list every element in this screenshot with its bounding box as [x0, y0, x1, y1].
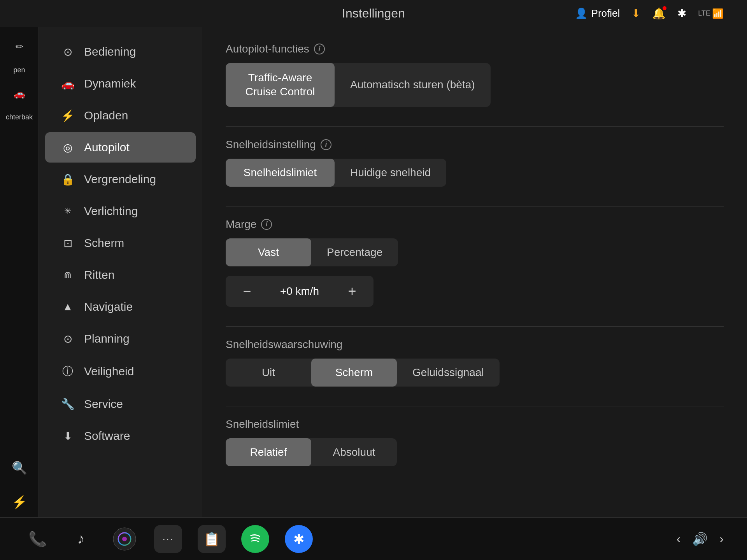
bediening-icon: ⊙ [61, 46, 75, 58]
notes-button[interactable]: 📋 [198, 525, 226, 553]
divider-2 [226, 206, 724, 206]
sidebar-label-dynamiek: Dynamiek [84, 77, 136, 90]
sidebar: ⊙ Bediening 🚗 Dynamiek ⚡ Opladen ◎ Autop… [39, 27, 202, 517]
volume-icon: 🔊 [692, 532, 708, 546]
verlichting-icon: ✳ [61, 206, 75, 216]
phone-button[interactable]: 📞 [23, 525, 51, 553]
speed-setting-title: Snelheidsinstelling i [226, 138, 724, 151]
sidebar-label-bediening: Bediening [84, 45, 136, 58]
navigatie-icon: ▲ [61, 301, 75, 313]
screen-button[interactable]: Scherm [311, 359, 397, 387]
software-icon: ⬇ [61, 430, 75, 443]
spotify-button[interactable] [241, 525, 269, 553]
sidebar-label-veiligheid: Veiligheid [84, 365, 134, 378]
sidebar-item-bediening[interactable]: ⊙ Bediening [45, 37, 196, 67]
speed-setting-info-icon[interactable]: i [321, 139, 331, 150]
scherm-icon: ⊡ [61, 237, 75, 250]
profile-label: Profiel [591, 7, 620, 19]
autopilot-functions-info-icon[interactable]: i [314, 44, 325, 54]
prev-arrow-button[interactable]: ‹ [677, 532, 681, 546]
service-icon: 🔧 [61, 398, 75, 411]
download-icon[interactable]: ⬇ [631, 7, 640, 20]
vergrendeling-icon: 🔒 [61, 173, 75, 186]
section-speed-warning: Snelheidswaarschuwing Uit Scherm Geluids… [226, 338, 724, 387]
sidebar-label-verlichting: Verlichting [84, 205, 138, 218]
page-title: Instellingen [342, 6, 405, 21]
signal-area: LTE 📶 [698, 8, 724, 19]
sidebar-label-service: Service [84, 397, 123, 411]
section-speed-setting: Snelheidsinstelling i Snelheidslimiet Hu… [226, 138, 724, 187]
sidebar-item-vergrendeling[interactable]: 🔒 Vergrendeling [45, 164, 196, 194]
speed-limit-button[interactable]: Snelheidslimiet [226, 159, 335, 187]
sidebar-label-autopilot: Autopilot [84, 141, 130, 154]
margin-title: Marge i [226, 218, 724, 231]
sidebar-item-verlichting[interactable]: ✳ Verlichting [45, 196, 196, 226]
left-edge-open[interactable]: ✏ [6, 35, 33, 58]
bluetooth-icon[interactable]: ✱ [677, 7, 686, 20]
search-button[interactable]: 🔍 [12, 460, 27, 487]
profile-icon: 👤 [575, 7, 587, 19]
bluetooth-taskbar-button[interactable]: ✱ [285, 525, 313, 553]
sidebar-item-service[interactable]: 🔧 Service [45, 389, 196, 419]
sidebar-label-ritten: Ritten [84, 268, 114, 282]
percentage-button[interactable]: Percentage [311, 238, 398, 266]
current-speed-button[interactable]: Huidige snelheid [335, 159, 446, 187]
siri-button[interactable] [110, 525, 139, 553]
sidebar-item-veiligheid[interactable]: ⓘ Veiligheid [45, 355, 196, 387]
veiligheid-icon: ⓘ [61, 364, 75, 379]
margin-toggle: Vast Percentage [226, 238, 398, 266]
speed-warning-title: Snelheidswaarschuwing [226, 338, 724, 351]
lte-label: LTE [698, 9, 710, 18]
speed-setting-toggle: Snelheidslimiet Huidige snelheid [226, 159, 446, 187]
dynamiek-icon: 🚗 [61, 77, 75, 90]
bell-icon[interactable]: 🔔 [652, 7, 666, 20]
sidebar-label-vergrendeling: Vergrendeling [84, 173, 156, 186]
autopilot-functions-toggle: Traffic-AwareCruise Control Automatisch … [226, 63, 491, 107]
sound-button[interactable]: Geluidssignaal [397, 359, 500, 387]
planning-icon: ⊙ [61, 332, 75, 345]
sidebar-item-scherm[interactable]: ⊡ Scherm [45, 228, 196, 258]
more-button[interactable]: ··· [154, 525, 182, 553]
music-button[interactable]: ♪ [67, 525, 95, 553]
sidebar-label-planning: Planning [84, 332, 130, 345]
sidebar-item-navigatie[interactable]: ▲ Navigatie [45, 292, 196, 322]
sidebar-item-opladen[interactable]: ⚡ Opladen [45, 100, 196, 131]
left-edge-panel: ✏ pen 🚗 chterbak 🔍 ⚡ [0, 27, 39, 517]
margin-info-icon[interactable]: i [261, 219, 272, 230]
off-button[interactable]: Uit [226, 359, 311, 387]
svg-point-2 [122, 537, 127, 541]
divider-4 [226, 406, 724, 406]
absoluut-button[interactable]: Absoluut [311, 438, 397, 466]
autopilot-icon: ◎ [61, 141, 75, 154]
speed-value-display: +0 km/h [280, 285, 319, 298]
sidebar-label-opladen: Opladen [84, 109, 128, 122]
profile-button[interactable]: 👤 Profiel [575, 7, 620, 19]
speed-control: − +0 km/h + [226, 276, 374, 307]
speed-limit-section-title: Snelheidslimiet [226, 418, 724, 430]
divider-1 [226, 126, 724, 127]
opladen-icon: ⚡ [61, 109, 75, 122]
vast-button[interactable]: Vast [226, 238, 311, 266]
speed-warning-toggle: Uit Scherm Geluidssignaal [226, 359, 500, 387]
speed-limit-toggle: Relatief Absoluut [226, 438, 397, 466]
section-margin: Marge i Vast Percentage − +0 km/h + [226, 218, 724, 307]
speed-increment-button[interactable]: + [338, 279, 366, 303]
sidebar-item-ritten[interactable]: ⋒ Ritten [45, 260, 196, 290]
sidebar-item-dynamiek[interactable]: 🚗 Dynamiek [45, 68, 196, 99]
sidebar-item-planning[interactable]: ⊙ Planning [45, 324, 196, 354]
tacc-button[interactable]: Traffic-AwareCruise Control [226, 63, 335, 107]
taskbar: 📞 ♪ ··· 📋 ✱ ‹ 🔊 [0, 517, 747, 560]
volume-button[interactable]: 🔊 [692, 532, 708, 546]
autopilot-functions-title: Autopilot-functies i [226, 43, 724, 55]
sidebar-item-autopilot[interactable]: ◎ Autopilot [45, 132, 196, 163]
next-arrow-button[interactable]: › [719, 532, 724, 546]
sidebar-item-software[interactable]: ⬇ Software [45, 421, 196, 451]
relatief-button[interactable]: Relatief [226, 438, 311, 466]
left-edge-trunk[interactable]: 🚗 [6, 82, 33, 105]
siri-icon [113, 527, 136, 551]
main-container: ✏ pen 🚗 chterbak 🔍 ⚡ ⊙ Bediening 🚗 Dynam… [0, 27, 747, 517]
speed-decrement-button[interactable]: − [233, 279, 261, 303]
charging-icon-edge: ⚡ [12, 495, 27, 517]
autosteer-button[interactable]: Automatisch sturen (bèta) [335, 63, 491, 107]
signal-bars-icon: 📶 [712, 8, 724, 19]
